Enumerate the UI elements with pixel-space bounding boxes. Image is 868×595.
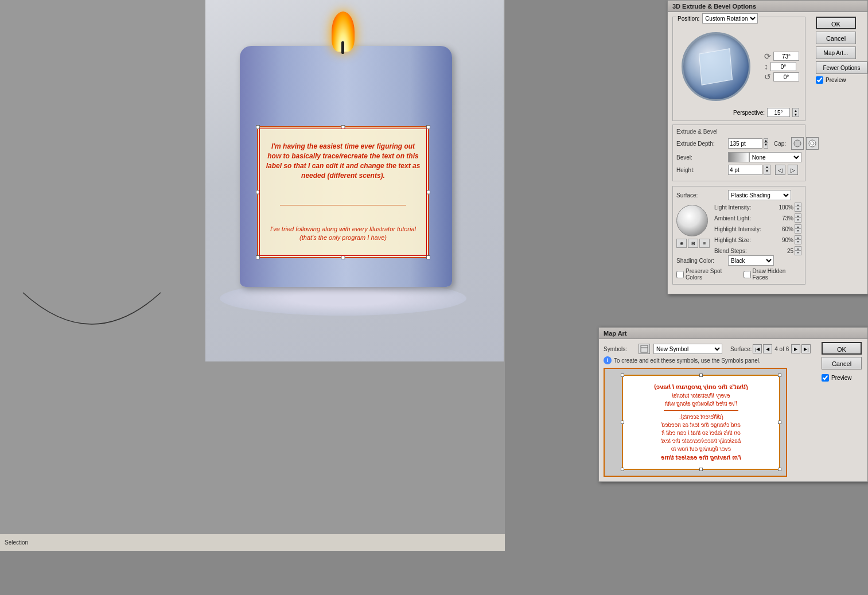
extrude-body: OK Cancel Map Art... Fewer Options Previ… xyxy=(668,12,867,294)
blend-steps-row: Blend Steps: 25 ▲ ▼ xyxy=(714,246,801,255)
sphere-box xyxy=(699,48,733,85)
rotation-sphere[interactable] xyxy=(682,32,750,101)
surface-add-light-btn[interactable]: ⊕ xyxy=(676,239,687,248)
li-stepper[interactable]: ▲ ▼ xyxy=(795,203,801,212)
bevel-label: Bevel: xyxy=(676,154,728,161)
info-icon: i xyxy=(604,356,612,364)
surface-row: Surface: Plastic Shading xyxy=(676,190,801,200)
arc-sketch xyxy=(11,281,172,361)
nav-prev-btn[interactable]: ◀ xyxy=(763,344,772,353)
highlight-size-row: Highlight Size: 90% ▲ ▼ xyxy=(714,235,801,244)
extrude-depth-input[interactable] xyxy=(728,138,762,149)
highlight-intensity-value: 60% ▲ ▼ xyxy=(782,224,801,234)
draw-hidden-checkbox[interactable] xyxy=(744,271,751,278)
cap-filled-btn[interactable] xyxy=(791,137,804,150)
map-preview-label: Preview xyxy=(831,375,852,381)
symbol-dropdown[interactable]: New Symbol xyxy=(653,344,722,354)
blend-steps-value: 25 ▲ ▼ xyxy=(787,246,801,255)
hs-stepper[interactable]: ▲ ▼ xyxy=(795,235,801,244)
map-text-line2: every Illustrator tutorial xyxy=(654,392,748,400)
extrude-depth-stepper[interactable]: ▲ ▼ xyxy=(764,138,768,149)
height-label: Height: xyxy=(676,167,728,173)
position-label: Position: Custom Rotation xyxy=(676,13,759,24)
height-input[interactable] xyxy=(728,165,762,175)
shading-color-dropdown[interactable]: Black xyxy=(728,255,774,266)
surface-label-text: Surface: xyxy=(730,346,752,352)
label-divider xyxy=(280,205,407,205)
nav-last-btn[interactable]: ▶| xyxy=(801,344,811,353)
checkbox-row: Preserve Spot Colors Draw Hidden Faces xyxy=(676,268,801,281)
candle-body: I'm having the easiest time ever figurin… xyxy=(240,46,452,287)
shading-color-row: Shading Color: Black xyxy=(676,255,801,266)
light-intensity-row: Light Intensity: 100% ▲ ▼ xyxy=(714,203,801,212)
preserve-spot-label[interactable]: Preserve Spot Colors xyxy=(676,268,739,281)
rot-z-input[interactable] xyxy=(773,72,799,81)
ambient-light-label: Ambient Light: xyxy=(714,215,751,221)
map-art-title: Map Art xyxy=(604,330,627,337)
hi-stepper[interactable]: ▲ ▼ xyxy=(795,224,801,234)
cap-label: Cap: xyxy=(774,141,791,147)
extrude-titlebar: 3D Extrude & Bevel Options xyxy=(668,1,867,12)
surface-preview-col: ⊕ ⊟ ≡ xyxy=(676,203,710,255)
handle-mr xyxy=(426,190,430,195)
highlight-intensity-label: Highlight Intensity: xyxy=(714,226,761,232)
ok-button[interactable]: OK xyxy=(816,17,856,29)
map-surface-area: (that's the only program I have) every I… xyxy=(622,375,780,470)
map-canvas[interactable]: (that's the only program I have) every I… xyxy=(604,368,787,477)
preview-row: Preview xyxy=(816,76,862,84)
surface-del-light-btn[interactable]: ⊟ xyxy=(688,239,698,248)
map-preview-checkbox[interactable] xyxy=(822,374,829,382)
bevel-dropdown[interactable]: None xyxy=(749,152,801,162)
rot-y-input[interactable] xyxy=(770,62,796,71)
candle-label: I'm having the easiest time ever figurin… xyxy=(257,126,429,258)
ambient-light-row: Ambient Light: 73% ▲ ▼ xyxy=(714,213,801,223)
perspective-label: Perspective: xyxy=(733,110,765,116)
ambient-light-value: 73% ▲ ▼ xyxy=(782,213,801,223)
map-text-line3: I've tried following along with xyxy=(654,400,748,408)
position-dropdown[interactable]: Custom Rotation xyxy=(702,13,758,24)
map-text-line4: (different scents). xyxy=(654,413,748,421)
rot-y-icon: ↕ xyxy=(764,62,768,71)
map-text-line8: ever figuring out how to xyxy=(654,445,748,453)
preview-checkbox[interactable] xyxy=(816,76,823,84)
map-cancel-button[interactable]: Cancel xyxy=(822,357,862,370)
position-area: ⟳ ↕ ↺ xyxy=(676,28,801,106)
handle-tr xyxy=(426,125,430,129)
perspective-input[interactable] xyxy=(767,108,790,117)
preview-label: Preview xyxy=(826,77,846,83)
cancel-button[interactable]: Cancel xyxy=(816,32,856,44)
selection-label: Selection xyxy=(5,539,28,546)
draw-hidden-label[interactable]: Draw Hidden Faces xyxy=(744,268,801,281)
map-art-buttons: OK Cancel Preview xyxy=(822,342,862,382)
map-art-button[interactable]: Map Art... xyxy=(816,46,856,59)
fewer-options-button[interactable]: Fewer Options xyxy=(816,61,867,74)
nav-first-btn[interactable]: |◀ xyxy=(753,344,762,353)
candle-wick xyxy=(341,41,344,54)
extrude-depth-row: Extrude Depth: ▲ ▼ Cap: xyxy=(676,137,801,150)
cap-hollow-btn[interactable] xyxy=(806,137,819,150)
nav-next-btn[interactable]: ▶ xyxy=(791,344,800,353)
svg-point-10 xyxy=(811,142,814,145)
surface-sphere xyxy=(676,205,708,236)
surface-nav: 4 of 6 xyxy=(774,346,789,352)
position-section: Position: Custom Rotation ⟳ xyxy=(672,17,805,121)
height-stepper[interactable]: ▲ ▼ xyxy=(764,165,770,175)
surface-dropdown[interactable]: Plastic Shading xyxy=(728,190,791,200)
handle-bl xyxy=(256,255,260,259)
bevel-out-btn[interactable]: ◁ xyxy=(775,165,785,175)
perspective-stepper[interactable]: ▲ ▼ xyxy=(792,108,799,117)
extrude-depth-label: Extrude Depth: xyxy=(676,141,728,147)
extrude-panel: 3D Extrude & Bevel Options OK Cancel Map… xyxy=(667,0,868,294)
al-stepper[interactable]: ▲ ▼ xyxy=(795,213,801,223)
extrude-buttons: OK Cancel Map Art... Fewer Options Previ… xyxy=(816,17,862,84)
surface-menu-btn[interactable]: ≡ xyxy=(699,239,710,248)
handle-bc xyxy=(341,255,345,259)
map-ok-button[interactable]: OK xyxy=(822,342,862,355)
map-text-line1: (that's the only program I have) xyxy=(654,383,748,391)
rot-x-input[interactable] xyxy=(773,52,799,61)
label-text-bottom: I've tried following along with every Il… xyxy=(264,225,422,243)
bs-stepper[interactable]: ▲ ▼ xyxy=(795,246,801,255)
handle-tl xyxy=(256,125,260,129)
preserve-spot-checkbox[interactable] xyxy=(676,271,684,278)
bevel-in-btn[interactable]: ▷ xyxy=(788,165,798,175)
